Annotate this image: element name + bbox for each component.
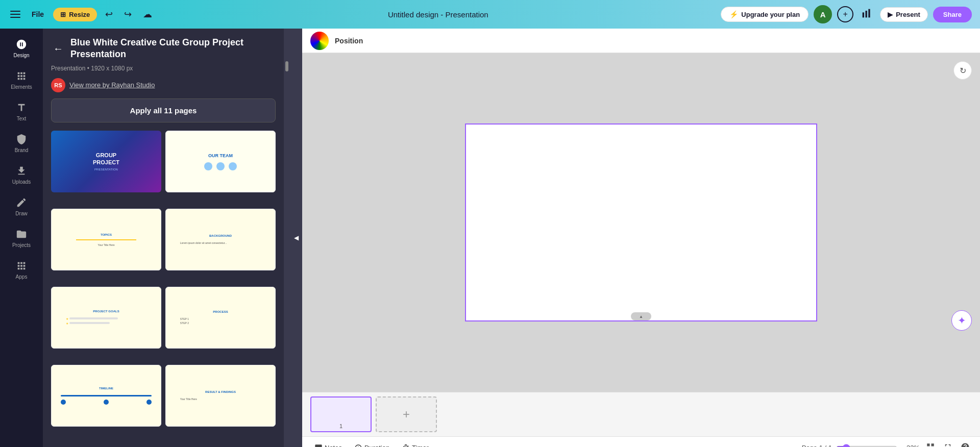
- sidebar-item-draw[interactable]: Draw: [2, 192, 41, 221]
- projects-icon: [16, 229, 27, 240]
- template-panel: ← Blue White Creative Cute Group Project…: [43, 29, 290, 447]
- grid-view-icon: [926, 442, 935, 448]
- timer-button[interactable]: Timer: [398, 442, 433, 448]
- notes-button[interactable]: Notes: [310, 442, 346, 448]
- file-button[interactable]: File: [28, 8, 48, 20]
- topbar: File ⊞ Resize ↩ ↪ ☁ Untitled design - Pr…: [0, 0, 980, 29]
- duration-label: Duration: [364, 444, 389, 447]
- template-grid: GROUPPROJECT PRESENTATION OUR TEAM: [43, 131, 284, 447]
- resize-label: Resize: [69, 11, 90, 18]
- bottom-strip: 1 + Notes Duration Timer: [302, 392, 980, 447]
- thumb-label-3: TOPICS: [101, 233, 112, 236]
- page-info: Page 1 / 1: [802, 444, 832, 447]
- panel-scrollbar[interactable]: [284, 29, 290, 447]
- author-link[interactable]: View more by Rayhan Studio: [69, 81, 155, 89]
- add-collaborator-button[interactable]: +: [837, 6, 853, 22]
- template-subtitle: Presentation • 1920 x 1080 px: [43, 65, 284, 76]
- thumb-content-4: Lorem ipsum dolor sit amet consectetur..…: [180, 241, 261, 245]
- template-thumb-4[interactable]: BACKGROUND Lorem ipsum dolor sit amet co…: [165, 209, 276, 271]
- thumb-label-6: PROCESS: [213, 310, 228, 313]
- canvas-main[interactable]: ↻ ▲ ✦: [302, 53, 980, 392]
- sidebar-item-label: Elements: [11, 84, 32, 90]
- analytics-button[interactable]: [859, 5, 875, 24]
- fullscreen-icon: [943, 442, 952, 448]
- chevron-down-icon: ▲: [639, 314, 643, 319]
- slides-row: 1 +: [302, 392, 980, 436]
- left-sidebar: Design Elements Text Brand Uploads Draw …: [0, 29, 43, 447]
- resize-button[interactable]: ⊞ Resize: [53, 8, 97, 21]
- lightning-icon: ⚡: [729, 10, 738, 18]
- document-title: Untitled design - Presentation: [388, 10, 488, 19]
- redo-button[interactable]: ↪: [121, 6, 135, 23]
- sidebar-item-projects[interactable]: Projects: [2, 224, 41, 253]
- user-avatar[interactable]: A: [814, 5, 832, 23]
- template-thumb-7[interactable]: TIMELINE: [51, 365, 161, 427]
- zoom-percent: 32%: [899, 444, 920, 447]
- duration-icon: [354, 444, 362, 448]
- help-button[interactable]: [959, 440, 972, 448]
- svg-rect-1: [866, 11, 867, 17]
- thumb-content-8: Your Title Here: [180, 398, 261, 401]
- undo-button[interactable]: ↩: [102, 6, 116, 23]
- hide-panels-button[interactable]: ▲: [631, 312, 651, 320]
- author-avatar: RS: [51, 78, 65, 92]
- chevron-left-icon: ◀: [294, 234, 299, 241]
- hide-panel-button[interactable]: ◀: [290, 29, 302, 447]
- slide-thumb-1[interactable]: 1: [310, 396, 372, 432]
- text-icon: [16, 102, 27, 113]
- bottom-toolbar: Notes Duration Timer Page 1 / 1 32%: [302, 436, 980, 447]
- topbar-center: Untitled design - Presentation: [161, 10, 715, 19]
- design-icon: [16, 39, 27, 50]
- draw-icon: [16, 197, 27, 208]
- sidebar-item-label: Text: [17, 116, 26, 121]
- thumb-divider-3: [76, 239, 137, 240]
- thumb-label-8: RESULT & FINDINGS: [205, 390, 236, 393]
- sidebar-item-label: Draw: [15, 211, 27, 216]
- template-thumb-8[interactable]: RESULT & FINDINGS Your Title Here: [165, 365, 276, 427]
- sidebar-item-design[interactable]: Design: [2, 34, 41, 63]
- sidebar-item-elements[interactable]: Elements: [2, 65, 41, 95]
- timer-label: Timer: [412, 444, 429, 447]
- present-button[interactable]: ▶ Present: [880, 7, 928, 22]
- apply-all-button[interactable]: Apply all 11 pages: [51, 98, 276, 122]
- timer-icon: [402, 444, 410, 448]
- refresh-button[interactable]: ↻: [953, 61, 972, 80]
- thumb-label-7: TIMELINE: [99, 387, 113, 390]
- upgrade-button[interactable]: ⚡ Upgrade your plan: [721, 7, 808, 22]
- sidebar-item-uploads[interactable]: Uploads: [2, 160, 41, 190]
- brand-icon: [16, 134, 27, 145]
- position-label: Position: [335, 37, 363, 45]
- scrollbar-thumb: [285, 61, 288, 71]
- sidebar-item-text[interactable]: Text: [2, 97, 41, 127]
- notes-label: Notes: [325, 444, 342, 447]
- sidebar-item-brand[interactable]: Brand: [2, 129, 41, 158]
- template-thumb-1[interactable]: GROUPPROJECT PRESENTATION: [51, 131, 161, 193]
- back-button[interactable]: ←: [51, 41, 65, 57]
- duration-button[interactable]: Duration: [350, 442, 394, 448]
- template-title: Blue White Creative Cute Group Project P…: [70, 37, 276, 61]
- uploads-icon: [16, 165, 27, 177]
- template-thumb-2[interactable]: OUR TEAM: [165, 131, 276, 193]
- canvas-area: Position ↻ ▲ ✦: [302, 29, 980, 447]
- magic-button[interactable]: ✦: [951, 310, 972, 331]
- present-icon: ▶: [888, 11, 893, 18]
- elements-icon: [16, 70, 27, 82]
- svg-rect-2: [868, 9, 870, 17]
- fullscreen-button[interactable]: [941, 440, 954, 448]
- grid-view-button[interactable]: [924, 440, 937, 448]
- template-thumb-3[interactable]: TOPICS Your Title Here: [51, 209, 161, 271]
- share-button[interactable]: Share: [933, 7, 972, 22]
- sidebar-item-apps[interactable]: Apps: [2, 255, 41, 285]
- thumb-content-5: ★ ★: [66, 317, 146, 326]
- plus-icon: +: [403, 407, 410, 421]
- notes-icon: [314, 444, 323, 448]
- cloud-save-button[interactable]: ☁: [140, 6, 155, 23]
- zoom-control: 32%: [836, 444, 920, 448]
- template-thumb-5[interactable]: PROJECT GOALS ★ ★: [51, 287, 161, 349]
- add-slide-button[interactable]: +: [376, 396, 437, 432]
- thumb-timeline-line: [61, 395, 152, 396]
- zoom-slider[interactable]: [836, 444, 897, 448]
- menu-icon[interactable]: [8, 9, 22, 20]
- slide-canvas: [465, 123, 817, 321]
- template-thumb-6[interactable]: PROCESS STEP 1 STEP 2: [165, 287, 276, 349]
